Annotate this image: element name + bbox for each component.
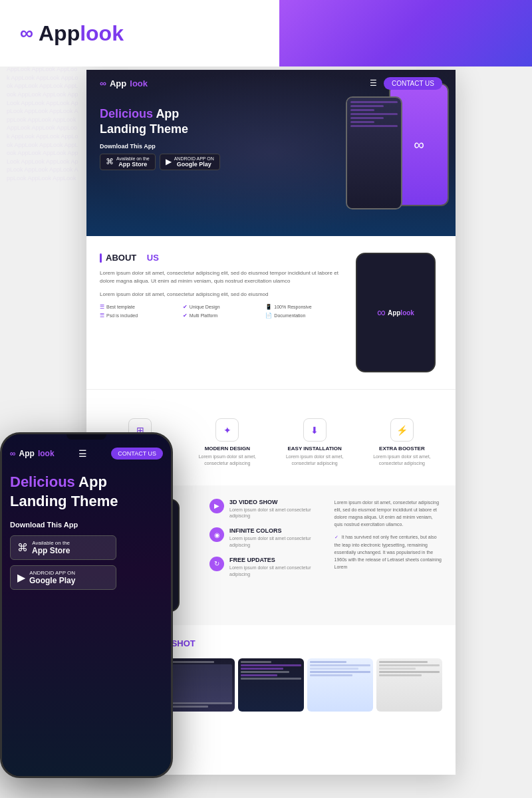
about-left: ABOUT US Lorem ipsum dolor sit amet, con… bbox=[100, 253, 346, 372]
mockup-hero: ∞ Applook ☰ CONTACT US Delicious App Lan… bbox=[86, 70, 456, 236]
feature-card-icon-1: ✦ bbox=[215, 418, 239, 442]
mockup-menu-icon[interactable]: ☰ bbox=[370, 78, 377, 88]
detail-text-1: Lorem ipsum dolor sit amet consectetur a… bbox=[229, 535, 318, 549]
mockup-contact-button[interactable]: CONTACT US bbox=[384, 77, 442, 90]
feature-card-icon-2: ⬇ bbox=[303, 418, 327, 442]
about-text1: Lorem ipsum dolor sit amet, consectetur … bbox=[100, 269, 346, 285]
mobile-download-label: Download This App bbox=[10, 521, 163, 529]
feature-multiplatform: ✔ Multi Platform bbox=[183, 313, 263, 319]
mobile-appstore-text: Available on the App Store bbox=[32, 540, 70, 555]
apple-icon: ⌘ bbox=[106, 157, 114, 166]
about-phone-logo: ∞ Applook bbox=[377, 306, 414, 320]
about-phone-icon: ∞ bbox=[377, 306, 386, 320]
about-accent: US bbox=[147, 253, 159, 263]
hero-subtitle: Landing Theme bbox=[100, 122, 188, 136]
detail-content-0: 3D VIDEO SHOW Lorem ipsum dolor sit amet… bbox=[229, 499, 318, 520]
googleplay-button[interactable]: ▶ ANDROID APP ON Google Play bbox=[160, 154, 220, 170]
main-logo: ∞ Applook bbox=[20, 21, 124, 46]
about-features: ☰ Best template ✔ Unique Design 📱 100% R… bbox=[100, 304, 346, 319]
detail-content-1: INFINITE COLORS Lorem ipsum dolor sit am… bbox=[229, 527, 318, 549]
feature-icon-4: ☰ bbox=[100, 313, 104, 319]
feature-card-title-2: EASY INSTALLATION bbox=[277, 446, 352, 452]
mobile-contact-button[interactable]: CONTACT US bbox=[111, 448, 163, 460]
about-right: ∞ Applook bbox=[356, 253, 442, 372]
hero-title-accent: Delicious bbox=[100, 107, 153, 120]
detail-title-0: 3D VIDEO SHOW bbox=[229, 499, 318, 505]
top-header: ∞ Applook bbox=[0, 0, 532, 66]
mobile-title-rest: App bbox=[78, 473, 107, 490]
feature-label-2: Unique Design bbox=[190, 305, 220, 309]
feature-card-text-1: Lorem ipsum dolor sit amet, consectetur … bbox=[190, 454, 265, 467]
mobile-play-icon: ▶ bbox=[17, 571, 25, 584]
top-header-gradient bbox=[279, 0, 532, 66]
feature-label-4: Psd is included bbox=[106, 313, 138, 318]
feature-card-title-3: EXTRA BOOSTER bbox=[364, 446, 440, 452]
mockup-logo-look: look bbox=[130, 78, 148, 88]
feature-card-icon-3: ⚡ bbox=[390, 418, 414, 442]
mobile-appstore-button[interactable]: ⌘ Available on the App Store bbox=[10, 535, 116, 560]
mockup-logo-icon: ∞ bbox=[100, 78, 106, 88]
mockup-nav-right: ☰ CONTACT US bbox=[370, 77, 442, 90]
mockup-nav: ∞ Applook ☰ CONTACT US bbox=[86, 70, 456, 96]
hero-content: Delicious App Landing Theme Download Thi… bbox=[86, 96, 456, 180]
about-section: ABOUT US Lorem ipsum dolor sit amet, con… bbox=[86, 236, 456, 389]
feature-card-text-3: Lorem ipsum dolor sit amet, consectetur … bbox=[364, 454, 440, 467]
feature-card-1: ✦ MODERN DESIGN Lorem ipsum dolor sit am… bbox=[187, 413, 267, 472]
about-label: ABOUT bbox=[106, 253, 136, 263]
detail-content-2: FREE UPDATES Lorem ipsum dolor sit amet … bbox=[229, 557, 318, 578]
feature-card-2: ⬇ EASY INSTALLATION Lorem ipsum dolor si… bbox=[275, 413, 355, 472]
mobile-apple-icon: ⌘ bbox=[17, 541, 28, 554]
detail-icon-0: ▶ bbox=[209, 499, 224, 513]
feature-psd: ☰ Psd is included bbox=[100, 313, 180, 319]
details-right: ▶ 3D VIDEO SHOW Lorem ipsum dolor sit am… bbox=[209, 499, 318, 612]
feature-icon-2: ✔ bbox=[183, 304, 188, 310]
mobile-googleplay-button[interactable]: ▶ ANDROID APP ON Google Play bbox=[10, 565, 116, 590]
hero-title: Delicious App Landing Theme bbox=[100, 106, 442, 138]
logo-look-text: look bbox=[80, 21, 124, 45]
detail-icon-1: ◉ bbox=[209, 527, 224, 542]
feature-card-text-2: Lorem ipsum dolor sit amet, consectetur … bbox=[277, 454, 352, 467]
detail-item-2: ↻ FREE UPDATES Lorem ipsum dolor sit ame… bbox=[209, 557, 318, 578]
mobile-subtitle: Landing Theme bbox=[10, 493, 118, 509]
detail-text-2: Lorem ipsum dolor sit amet consectetur a… bbox=[229, 565, 318, 578]
play-icon: ▶ bbox=[166, 157, 172, 166]
about-phone: ∞ Applook bbox=[356, 253, 436, 372]
feature-label-6: Documentation bbox=[274, 313, 305, 318]
feature-icon-6: 📄 bbox=[265, 313, 272, 319]
mobile-googleplay-text: ANDROID APP ON Google Play bbox=[29, 570, 75, 585]
screenshot-4 bbox=[376, 658, 442, 712]
feature-icon-3: 📱 bbox=[265, 304, 272, 310]
detail-icon-2: ↻ bbox=[209, 557, 224, 571]
screenshot-1 bbox=[169, 658, 235, 712]
checkmark-icon: ✓ bbox=[334, 535, 338, 539]
appstore-button[interactable]: ⌘ Available on the App Store bbox=[100, 154, 156, 170]
store-buttons: ⌘ Available on the App Store ▶ ANDROID A… bbox=[100, 154, 442, 170]
details-text-para1: Lorem ipsum dolor sit amet, consectetur … bbox=[334, 499, 443, 529]
feature-unique-design: ✔ Unique Design bbox=[183, 304, 263, 310]
mobile-hero-title: Delicious App Landing Theme bbox=[10, 473, 163, 511]
feature-icon-5: ✔ bbox=[183, 313, 188, 319]
detail-item-1: ◉ INFINITE COLORS Lorem ipsum dolor sit … bbox=[209, 527, 318, 549]
mobile-screen: ∞ Applook ☰ CONTACT US Delicious App Lan… bbox=[2, 434, 171, 776]
hero-download-label: Download This App bbox=[100, 143, 442, 150]
details-text-para2: ✓ It has survived not only five centurie… bbox=[334, 533, 443, 571]
mobile-logo: ∞ Applook bbox=[10, 449, 55, 458]
detail-text-0: Lorem ipsum dolor sit amet consectetur a… bbox=[229, 507, 318, 520]
detail-item-0: ▶ 3D VIDEO SHOW Lorem ipsum dolor sit am… bbox=[209, 499, 318, 520]
logo-app-text: Applook bbox=[39, 21, 124, 46]
feature-documentation: 📄 Documentation bbox=[265, 313, 346, 319]
mobile-logo-icon: ∞ bbox=[10, 449, 16, 458]
mobile-menu-icon[interactable]: ☰ bbox=[78, 448, 87, 459]
detail-title-1: INFINITE COLORS bbox=[229, 527, 318, 534]
feature-label-3: 100% Responsive bbox=[274, 305, 311, 309]
screenshot-3 bbox=[307, 658, 373, 712]
about-text2: Lorem ipsum dolor sit amet, consectetur … bbox=[100, 291, 346, 299]
logo-icon: ∞ bbox=[20, 23, 33, 44]
feature-label-1: Best template bbox=[106, 305, 135, 309]
hero-title-rest: App bbox=[156, 107, 179, 120]
feature-card-3: ⚡ EXTRA BOOSTER Lorem ipsum dolor sit am… bbox=[362, 413, 442, 472]
details-text-right: Lorem ipsum dolor sit amet, consectetur … bbox=[328, 499, 443, 612]
mobile-logo-look: look bbox=[38, 449, 55, 458]
mobile-nav: ∞ Applook ☰ CONTACT US bbox=[10, 448, 163, 460]
mobile-mockup: ∞ Applook ☰ CONTACT US Delicious App Lan… bbox=[0, 432, 173, 778]
